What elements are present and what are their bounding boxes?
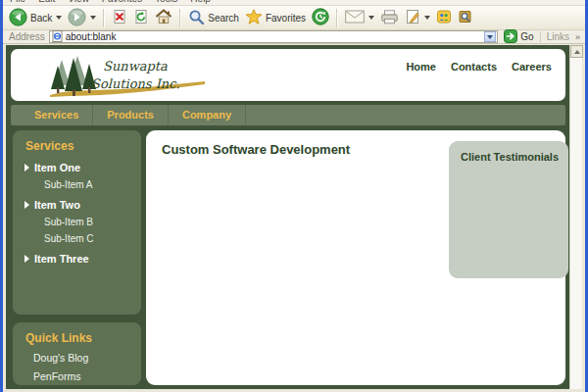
triangle-right-icon — [24, 164, 29, 172]
back-button[interactable]: Back — [7, 7, 64, 29]
ie-page-icon — [52, 30, 63, 44]
toolbar-separator — [179, 9, 181, 27]
main-nav: Services Products Company — [11, 105, 565, 125]
sidebar-sub-item-c[interactable]: Sub-Item C — [13, 233, 141, 244]
menu-tools[interactable]: Tools — [155, 0, 177, 4]
services-panel: Services Item One Sub-Item A Item Two Su… — [13, 130, 141, 315]
edit-button[interactable] — [403, 8, 432, 27]
mail-dropdown-caret[interactable] — [368, 16, 374, 20]
sidebar-sub-item-a[interactable]: Sub-Item A — [13, 179, 141, 190]
refresh-button[interactable] — [131, 8, 151, 27]
top-nav-careers[interactable]: Careers — [512, 61, 552, 73]
testimonials-panel: Client Testimonials — [449, 141, 568, 278]
stop-button[interactable] — [110, 8, 129, 27]
forward-dropdown-caret[interactable] — [90, 16, 96, 20]
history-icon — [312, 8, 329, 27]
go-label: Go — [520, 31, 533, 42]
menu-help[interactable]: Help — [190, 0, 211, 4]
triangle-up-icon — [574, 50, 580, 54]
messenger-button[interactable] — [434, 8, 454, 27]
site-logo[interactable]: Sunwapta Solutions Inc. — [48, 52, 215, 99]
mail-button[interactable] — [343, 9, 376, 26]
browser-window: File Edit View Favorites Tools Help Back — [0, 0, 588, 392]
search-icon — [188, 9, 205, 27]
address-dropdown-button[interactable] — [484, 31, 496, 42]
sidebar-sub-item-b[interactable]: Sub-Item B — [13, 217, 141, 227]
menu-favorites[interactable]: Favorites — [102, 0, 142, 4]
links-chevron-icon[interactable]: » — [575, 32, 581, 42]
favorites-label: Favorites — [266, 13, 306, 24]
quick-link-dougs-blog[interactable]: Doug's Blog — [13, 352, 141, 364]
quick-links-panel: Quick Links Doug's Blog PenForms SunBPM — [13, 322, 141, 385]
sidebar-item-two[interactable]: Item Two — [13, 199, 141, 211]
address-bar: Address about:blank Go Links » — [3, 30, 585, 44]
home-icon — [155, 9, 172, 26]
print-button[interactable] — [378, 9, 401, 27]
favorites-star-icon — [245, 9, 263, 27]
triangle-right-icon — [24, 255, 29, 263]
go-icon — [504, 29, 517, 45]
menu-edit[interactable]: Edit — [38, 0, 55, 4]
messenger-icon — [436, 9, 452, 26]
quick-link-penforms[interactable]: PenForms — [13, 370, 141, 382]
page-viewport: Sunwapta Solutions Inc. Home Contacts Ca… — [6, 45, 582, 392]
top-nav-contacts[interactable]: Contacts — [451, 61, 497, 73]
menu-view[interactable]: View — [68, 0, 89, 4]
forward-button[interactable] — [66, 7, 98, 29]
nav-tab-company[interactable]: Company — [169, 105, 246, 125]
services-panel-title: Services — [13, 130, 141, 153]
testimonials-title: Client Testimonials — [449, 141, 568, 163]
favorites-button[interactable]: Favorites — [243, 8, 308, 28]
search-button[interactable]: Search — [186, 8, 241, 28]
vertical-scrollbar[interactable] — [569, 45, 582, 389]
address-url[interactable]: about:blank — [66, 31, 482, 42]
search-label: Search — [208, 13, 239, 24]
menu-file[interactable]: File — [10, 0, 25, 4]
forward-icon — [68, 8, 86, 28]
back-label: Back — [30, 13, 52, 24]
logo-trees-icon — [51, 56, 96, 96]
go-button[interactable]: Go — [502, 29, 535, 45]
toolbar-separator — [336, 9, 338, 27]
address-label: Address — [9, 31, 45, 42]
edit-dropdown-caret[interactable] — [424, 16, 430, 20]
sidebar-item-one[interactable]: Item One — [13, 162, 141, 173]
home-button[interactable] — [153, 8, 174, 27]
logo-text-line1: Sunwapta — [103, 59, 168, 74]
print-icon — [380, 10, 399, 26]
nav-tab-services[interactable]: Services — [21, 105, 93, 125]
site-header: Sunwapta Solutions Inc. Home Contacts Ca… — [11, 49, 565, 101]
nav-tab-products[interactable]: Products — [93, 105, 169, 125]
toolbar: Back Search Favorites — [3, 6, 585, 30]
address-input[interactable]: about:blank — [49, 30, 499, 43]
back-icon — [9, 8, 27, 28]
back-dropdown-caret[interactable] — [56, 16, 62, 20]
research-button[interactable] — [456, 8, 475, 27]
toolbar-separator — [103, 9, 105, 27]
edit-icon — [405, 9, 420, 26]
mail-icon — [345, 10, 365, 25]
stop-icon — [112, 9, 127, 26]
quick-links-title: Quick Links — [13, 322, 141, 345]
triangle-right-icon — [24, 201, 29, 209]
top-nav-home[interactable]: Home — [406, 61, 436, 73]
links-button[interactable]: Links — [540, 31, 571, 42]
logo-text-line2: Solutions Inc. — [91, 76, 180, 91]
history-button[interactable] — [310, 7, 331, 28]
refresh-icon — [133, 9, 149, 26]
scroll-up-button[interactable] — [570, 45, 583, 58]
top-nav: Home Contacts Careers — [406, 61, 552, 73]
sidebar-item-three[interactable]: Item Three — [13, 253, 141, 265]
research-icon — [458, 9, 473, 26]
